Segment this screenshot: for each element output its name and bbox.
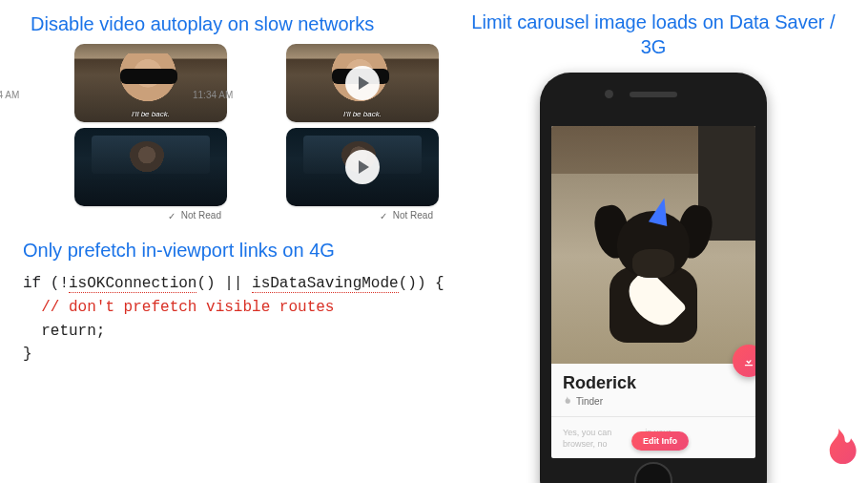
check-icon [380, 211, 389, 220]
profile-photo [551, 126, 755, 364]
video-thumbnail: I'll be back. [74, 44, 227, 122]
profile-brand-label: Tinder [576, 396, 603, 407]
code-text: if (! [23, 275, 69, 292]
play-icon[interactable] [345, 150, 380, 184]
code-text: () || [196, 275, 252, 292]
video-subtitle: I'll be back. [132, 110, 170, 118]
code-comment: // don't prefetch visible routes [23, 299, 334, 316]
read-status-label: Not Read [181, 210, 221, 220]
read-status: Not Read [238, 210, 439, 220]
profile-name: Roderick [563, 373, 744, 393]
chat-timestamp: 11:34 AM [193, 90, 233, 100]
video-thumbnail [286, 128, 439, 206]
heading-disable-autoplay: Disable video autoplay on slow networks [31, 11, 448, 36]
profile-card-body: Roderick Tinder Yes, you can in your bro… [551, 364, 755, 458]
check-icon [168, 211, 177, 220]
chat-example-autoplay: 11:34 AM I'll be back. Not Read [27, 44, 227, 220]
dog-illustration [590, 200, 716, 352]
phone-mockup: Roderick Tinder Yes, you can in your bro… [540, 73, 767, 483]
chat-example-paused: 11:34 AM I'll be back. Not Read [238, 44, 439, 220]
code-text: ()) { [399, 275, 444, 292]
code-fn: isDataSavingMode [252, 275, 399, 293]
chat-timestamp: 11:34 AM [0, 90, 19, 100]
flame-icon [563, 396, 571, 407]
code-snippet: if (!isOKConnection() || isDataSavingMod… [23, 272, 448, 367]
video-thumbnail [74, 128, 227, 206]
edit-info-button[interactable]: Edit Info [631, 431, 689, 451]
video-thumbnail: I'll be back. [286, 44, 439, 122]
video-subtitle: I'll be back. [343, 110, 382, 118]
heading-carousel: Limit carousel image loads on Data Saver… [467, 10, 839, 59]
read-status-label: Not Read [393, 210, 433, 220]
phone-screen: Roderick Tinder Yes, you can in your bro… [551, 126, 755, 458]
divider [551, 416, 755, 417]
hint-frag: Yes, you can [563, 428, 611, 437]
play-icon[interactable] [345, 66, 380, 100]
chat-examples: 11:34 AM I'll be back. Not Read [27, 44, 448, 220]
heading-prefetch: Only prefetch in-viewport links on 4G [23, 238, 448, 262]
tinder-flame-icon [815, 428, 864, 477]
read-status: Not Read [27, 210, 227, 220]
profile-brand: Tinder [563, 396, 744, 407]
home-button[interactable] [634, 462, 672, 483]
code-text: return; [23, 323, 105, 340]
code-fn: isOKConnection [69, 275, 196, 293]
code-text: } [23, 346, 32, 363]
hint-frag: browser, no [563, 439, 608, 449]
